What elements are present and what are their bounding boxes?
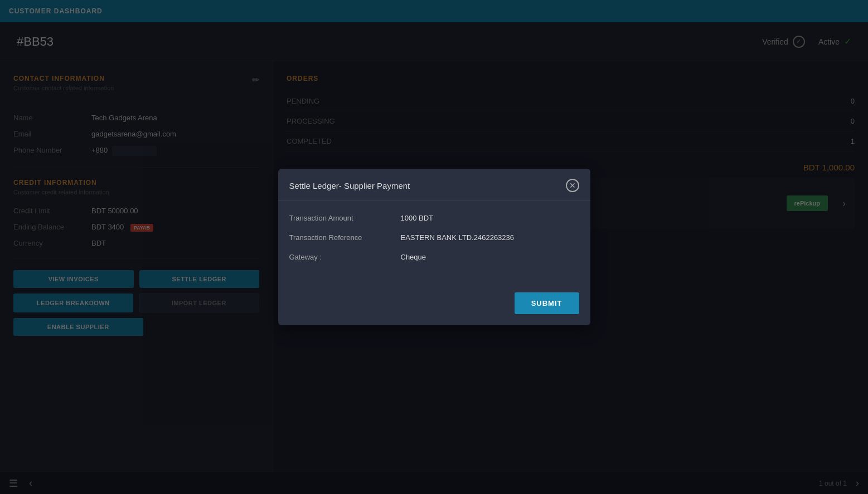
modal-overlay[interactable]: Settle Ledger- Supplier Payment ✕ Transa…	[0, 0, 868, 494]
transaction-amount-row: Transaction Amount 1000 BDT	[289, 214, 579, 222]
modal-title: Settle Ledger- Supplier Payment	[289, 181, 410, 190]
submit-button[interactable]: SUBMIT	[515, 292, 579, 314]
transaction-ref-row: Transaction Reference EASTERN BANK LTD.2…	[289, 233, 579, 242]
modal-header: Settle Ledger- Supplier Payment ✕	[278, 169, 590, 200]
transaction-amount-value: 1000 BDT	[401, 214, 434, 222]
settle-ledger-modal: Settle Ledger- Supplier Payment ✕ Transa…	[278, 169, 590, 325]
gateway-value: Cheque	[401, 253, 426, 261]
transaction-ref-label: Transaction Reference	[289, 233, 401, 242]
transaction-ref-value: EASTERN BANK LTD.2462263236	[401, 233, 515, 242]
gateway-row: Gateway : Cheque	[289, 253, 579, 261]
modal-body: Transaction Amount 1000 BDT Transaction …	[278, 200, 590, 286]
modal-footer: SUBMIT	[278, 286, 590, 325]
gateway-label: Gateway :	[289, 253, 401, 261]
transaction-amount-label: Transaction Amount	[289, 214, 401, 222]
modal-close-button[interactable]: ✕	[566, 179, 579, 192]
